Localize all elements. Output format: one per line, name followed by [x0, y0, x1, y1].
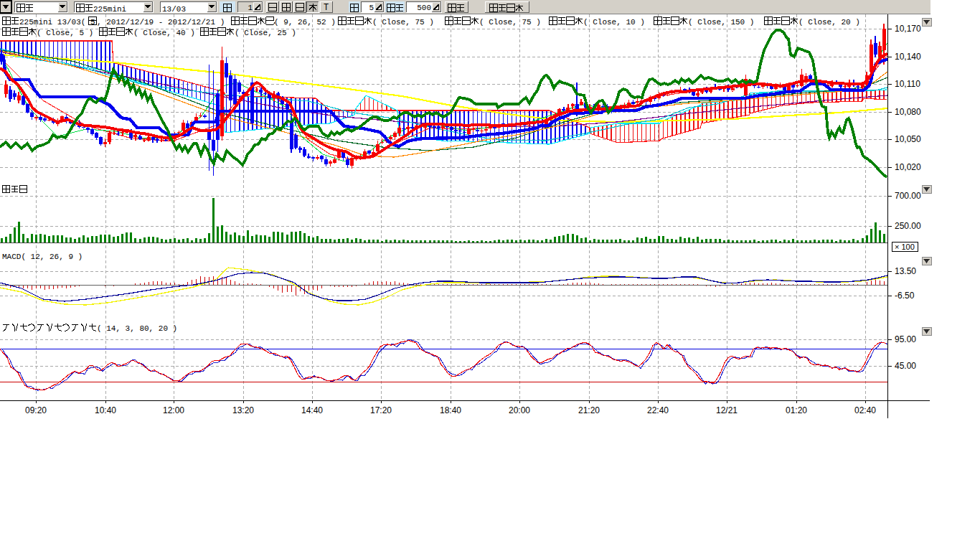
svg-text:14:40: 14:40 [301, 405, 323, 415]
svg-text:20:00: 20:00 [509, 405, 530, 415]
svg-text:21:20: 21:20 [578, 405, 600, 415]
svg-text:13.50: 13.50 [895, 266, 916, 276]
svg-text:225mini 13/03( 5: 225mini 13/03( 5 [19, 18, 95, 27]
svg-text:, 2012/12/19 - 2012/12/21 ): , 2012/12/19 - 2012/12/21 ) [97, 18, 225, 27]
svg-text:225mini: 225mini [93, 5, 127, 14]
svg-text:( Close, 25 ): ( Close, 25 ) [235, 29, 296, 37]
svg-text:× 100: × 100 [895, 242, 915, 251]
svg-text:( 14, 3, 80, 20 ): ( 14, 3, 80, 20 ) [97, 324, 177, 333]
svg-text:500: 500 [417, 4, 431, 12]
svg-text:MACD( 12, 26, 9 ): MACD( 12, 26, 9 ) [2, 253, 83, 261]
svg-text:700.00: 700.00 [895, 191, 921, 201]
svg-text:01:20: 01:20 [786, 405, 807, 415]
svg-text:( Close, 150 ): ( Close, 150 ) [688, 18, 754, 27]
svg-text:13/03: 13/03 [162, 5, 186, 14]
svg-text:( Close, 40 ): ( Close, 40 ) [133, 29, 195, 37]
svg-text:10,020: 10,020 [895, 162, 921, 172]
svg-text:10,080: 10,080 [895, 107, 921, 117]
svg-text:13:20: 13:20 [232, 405, 254, 415]
svg-text:( Close, 10 ): ( Close, 10 ) [583, 18, 645, 27]
svg-text:5: 5 [369, 4, 374, 12]
svg-text:09:20: 09:20 [25, 405, 47, 415]
svg-text:95.00: 95.00 [895, 334, 916, 344]
svg-text:10,110: 10,110 [895, 79, 920, 89]
svg-text:250.00: 250.00 [895, 221, 921, 231]
svg-text:17:20: 17:20 [370, 405, 392, 415]
svg-text:( Close, 5 ): ( Close, 5 ) [37, 29, 93, 37]
svg-text:1: 1 [248, 4, 253, 12]
svg-text:22:40: 22:40 [647, 405, 669, 415]
svg-text:10,170: 10,170 [895, 24, 921, 34]
svg-text:45.00: 45.00 [895, 361, 916, 371]
svg-text:( Close, 75 ): ( Close, 75 ) [479, 18, 541, 27]
svg-text:02:40: 02:40 [854, 405, 876, 415]
svg-text:( Close, 75 ): ( Close, 75 ) [372, 18, 434, 27]
svg-text:10:40: 10:40 [95, 405, 116, 415]
svg-text:12:00: 12:00 [163, 405, 184, 415]
svg-text:10,140: 10,140 [895, 52, 921, 62]
svg-text:-6.50: -6.50 [895, 291, 915, 301]
svg-text:12/21: 12/21 [716, 405, 738, 415]
svg-text:( Close, 20 ): ( Close, 20 ) [798, 18, 860, 27]
svg-text:18:40: 18:40 [440, 405, 461, 415]
svg-text:T: T [324, 3, 329, 13]
svg-text:10,050: 10,050 [895, 134, 921, 144]
svg-text:( 9, 26, 52 ): ( 9, 26, 52 ) [274, 18, 336, 27]
